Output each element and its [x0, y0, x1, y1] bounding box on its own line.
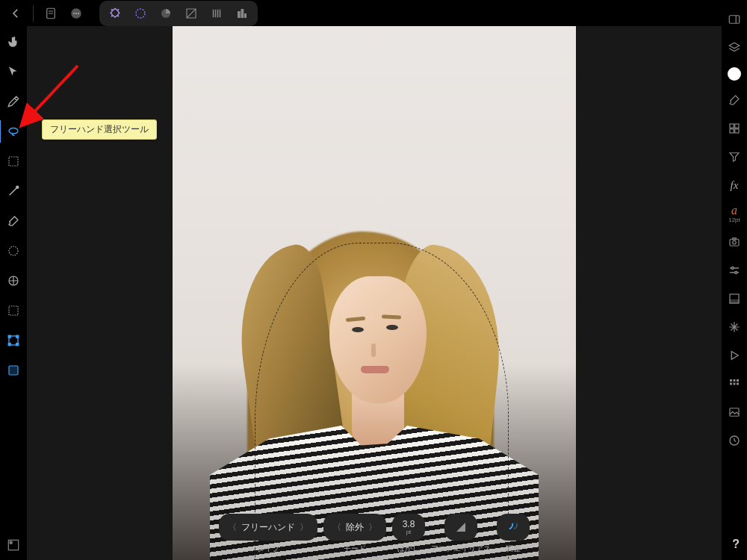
macro-panel-icon[interactable] — [725, 346, 743, 364]
channels-panel-icon[interactable] — [725, 290, 743, 308]
feather-stepper[interactable]: 3.8 pt — [392, 514, 425, 541]
assets-grid-icon[interactable] — [725, 375, 743, 393]
mode-label: モード — [344, 544, 366, 554]
layers-panel-icon[interactable] — [725, 39, 743, 57]
persona-liquify-icon[interactable] — [128, 1, 153, 26]
document-button[interactable] — [38, 1, 63, 26]
persona-develop-icon[interactable] — [153, 1, 179, 26]
type-label: タイプ — [257, 544, 279, 554]
svg-point-4 — [78, 13, 79, 14]
svg-point-31 — [733, 241, 737, 245]
selection-brush-tool-icon[interactable] — [3, 212, 24, 230]
history-panel-icon[interactable] — [725, 432, 743, 449]
svg-rect-29 — [735, 129, 739, 133]
spare-channel-tool-icon[interactable] — [3, 302, 24, 320]
back-button[interactable] — [3, 1, 28, 26]
svg-point-3 — [75, 13, 77, 14]
svg-rect-19 — [8, 343, 10, 346]
svg-rect-27 — [735, 124, 739, 128]
freehand-selection-tool-icon[interactable] — [3, 122, 24, 140]
help-button[interactable]: ? — [732, 538, 740, 551]
crop-tool-icon[interactable] — [3, 272, 24, 290]
color-panel-icon[interactable] — [728, 67, 741, 81]
stock-panel-icon[interactable] — [725, 233, 743, 251]
move-tool-icon[interactable] — [3, 63, 24, 81]
svg-point-12 — [16, 186, 19, 188]
svg-rect-40 — [730, 383, 732, 385]
refine-label: 調整 — [506, 544, 521, 554]
top-toolbar — [0, 0, 747, 26]
refine-selection-tool-icon[interactable] — [3, 242, 24, 260]
feather-value: 3.8 — [403, 520, 415, 529]
canvas-area[interactable]: 〈 フリーハンド 〉 タイプ 〈 除外 〉 モード 3.8 pt ぼかし — [27, 26, 722, 560]
persona-switcher — [99, 1, 258, 26]
svg-point-24 — [10, 541, 12, 544]
filter-panel-icon[interactable] — [725, 148, 743, 166]
mode-value: 除外 — [346, 521, 364, 534]
svg-rect-9 — [244, 13, 247, 18]
chevron-right-icon: 〉 — [298, 521, 310, 534]
svg-rect-39 — [737, 379, 739, 382]
brush-panel-icon[interactable] — [725, 91, 743, 109]
transform-panel-icon[interactable] — [725, 318, 743, 336]
svg-point-10 — [9, 128, 18, 134]
right-studio-toolbar: fx a 12pt — [722, 7, 747, 560]
svg-point-2 — [73, 13, 75, 14]
persona-photo-icon[interactable] — [102, 1, 128, 26]
svg-rect-26 — [730, 124, 734, 128]
chevron-left-icon: 〈 — [331, 521, 343, 534]
chevron-left-icon: 〈 — [226, 521, 238, 534]
antialias-button[interactable] — [444, 514, 477, 541]
swatches-panel-icon[interactable] — [725, 119, 743, 137]
antialias-label: アンチエイリアス — [431, 544, 491, 554]
svg-rect-37 — [730, 379, 732, 382]
feather-label: ぼかし — [397, 544, 420, 554]
svg-rect-21 — [9, 366, 18, 375]
persona-crop-icon[interactable] — [229, 1, 255, 26]
svg-rect-15 — [9, 306, 18, 315]
fx-panel-icon[interactable]: fx — [725, 176, 743, 194]
svg-rect-18 — [16, 335, 19, 337]
svg-rect-43 — [730, 408, 739, 417]
quick-mask-tool-icon[interactable] — [3, 361, 24, 379]
svg-point-13 — [9, 246, 18, 255]
adjustment-panel-icon[interactable] — [725, 261, 743, 279]
svg-rect-28 — [730, 129, 734, 133]
svg-rect-11 — [9, 157, 18, 166]
svg-rect-25 — [729, 16, 740, 24]
refine-icon — [506, 520, 520, 534]
panel-toggle-icon[interactable] — [725, 10, 743, 28]
svg-rect-41 — [734, 383, 736, 385]
refine-button[interactable] — [497, 514, 530, 541]
flood-select-tool-icon[interactable] — [3, 182, 24, 200]
svg-rect-42 — [737, 383, 739, 385]
pixel-selection-tool-icon[interactable] — [3, 332, 24, 349]
bottom-left-indicator-icon[interactable] — [6, 538, 21, 553]
svg-rect-38 — [734, 379, 736, 382]
marquee-selection-tool-icon[interactable] — [3, 152, 24, 170]
image-panel-icon[interactable] — [725, 403, 743, 421]
document-photo[interactable] — [173, 26, 576, 560]
context-toolbar: 〈 フリーハンド 〉 タイプ 〈 除外 〉 モード 3.8 pt ぼかし — [195, 508, 554, 560]
type-dropdown[interactable]: 〈 フリーハンド 〉 — [219, 514, 317, 541]
chevron-right-icon: 〉 — [367, 521, 379, 534]
left-toolbar — [0, 27, 27, 560]
persona-export-icon[interactable] — [204, 1, 229, 26]
type-value: フリーハンド — [241, 521, 295, 534]
svg-rect-30 — [730, 239, 739, 246]
svg-rect-7 — [238, 11, 241, 18]
svg-point-33 — [731, 267, 734, 270]
text-panel-icon[interactable]: a 12pt — [725, 205, 743, 223]
svg-point-5 — [136, 9, 145, 18]
hand-tool-icon[interactable] — [3, 33, 24, 51]
svg-point-34 — [735, 272, 737, 274]
color-picker-tool-icon[interactable] — [3, 93, 24, 111]
svg-rect-36 — [730, 300, 739, 304]
svg-rect-17 — [8, 335, 10, 337]
tool-tooltip: フリーハンド選択ツール — [42, 119, 157, 140]
mode-dropdown[interactable]: 〈 除外 〉 — [323, 514, 386, 541]
persona-tone-icon[interactable] — [179, 1, 204, 26]
svg-rect-20 — [16, 343, 19, 346]
antialias-icon — [454, 520, 468, 534]
more-button[interactable] — [63, 1, 89, 26]
